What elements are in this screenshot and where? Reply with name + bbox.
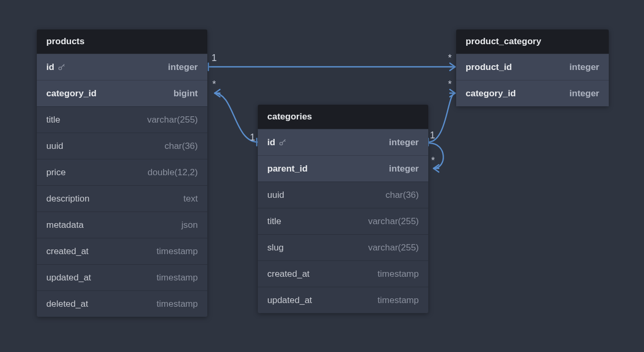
table-title: products — [46, 36, 85, 46]
svg-point-7 — [280, 142, 283, 145]
column-row[interactable]: category_id bigint — [37, 80, 207, 106]
column-type: varchar(255) — [368, 216, 419, 227]
cardinality-one: 1 — [429, 130, 436, 140]
column-row[interactable]: slug varchar(255) — [258, 234, 428, 260]
table-product-category[interactable]: product_category product_id integer cate… — [456, 29, 609, 106]
svg-point-6 — [59, 67, 62, 69]
column-row[interactable]: updated_at timestamp — [37, 264, 207, 290]
column-row[interactable]: category_id integer — [456, 80, 609, 106]
cardinality-many: * — [446, 53, 454, 63]
column-type: integer — [389, 164, 419, 174]
column-type: char(36) — [386, 190, 419, 200]
column-name: title — [46, 115, 60, 125]
column-type: integer — [168, 62, 198, 73]
cardinality-one: 1 — [249, 133, 256, 142]
column-name: parent_id — [267, 164, 308, 174]
column-name: title — [267, 216, 281, 227]
table-header[interactable]: products — [37, 29, 207, 54]
column-row[interactable]: id integer — [258, 129, 428, 155]
column-type: timestamp — [157, 299, 198, 309]
column-name: slug — [267, 243, 284, 253]
table-categories[interactable]: categories id integer parent_id integer … — [258, 105, 428, 313]
column-type: varchar(255) — [368, 243, 419, 253]
column-row[interactable]: created_at timestamp — [258, 260, 428, 287]
column-row[interactable]: parent_id integer — [258, 155, 428, 182]
column-name: id — [46, 62, 54, 73]
column-row[interactable]: updated_at timestamp — [258, 287, 428, 313]
column-type: timestamp — [378, 269, 419, 279]
column-name: description — [46, 194, 89, 204]
column-row[interactable]: uuid char(36) — [258, 182, 428, 208]
column-name: uuid — [46, 141, 63, 152]
column-name: updated_at — [267, 295, 312, 306]
column-type: varchar(255) — [147, 115, 198, 125]
column-name: category_id — [46, 88, 96, 99]
column-type: json — [182, 220, 198, 230]
column-name: metadata — [46, 220, 84, 230]
key-icon — [57, 63, 66, 72]
column-name: category_id — [466, 88, 516, 99]
cardinality-many: * — [446, 79, 454, 89]
column-row[interactable]: id integer — [37, 54, 207, 80]
column-name: id — [267, 137, 275, 148]
column-row[interactable]: description text — [37, 185, 207, 212]
cardinality-many: * — [210, 79, 218, 89]
column-name: updated_at — [46, 273, 91, 283]
cardinality-one: 1 — [210, 53, 218, 63]
column-type: timestamp — [157, 246, 198, 257]
column-name: uuid — [267, 190, 284, 200]
column-row[interactable]: metadata json — [37, 212, 207, 238]
table-title: categories — [267, 112, 312, 122]
column-type: integer — [569, 88, 599, 99]
column-type: double(12,2) — [148, 167, 198, 178]
column-name: price — [46, 167, 66, 178]
column-type: timestamp — [157, 273, 198, 283]
table-header[interactable]: product_category — [456, 29, 609, 54]
column-name: created_at — [46, 246, 88, 257]
column-row[interactable]: title varchar(255) — [37, 106, 207, 133]
column-type: integer — [389, 137, 419, 148]
column-type: timestamp — [378, 295, 419, 306]
column-row[interactable]: uuid char(36) — [37, 133, 207, 159]
key-icon — [278, 138, 287, 147]
column-row[interactable]: price double(12,2) — [37, 159, 207, 185]
column-row[interactable]: title varchar(255) — [258, 208, 428, 234]
column-row[interactable]: deleted_at timestamp — [37, 290, 207, 317]
column-type: char(36) — [165, 141, 198, 152]
column-name: deleted_at — [46, 299, 88, 309]
column-name: product_id — [466, 62, 512, 73]
table-products[interactable]: products id integer category_id bigint t… — [37, 29, 207, 317]
column-type: integer — [569, 62, 599, 73]
column-name: created_at — [267, 269, 309, 279]
table-header[interactable]: categories — [258, 105, 428, 129]
column-type: bigint — [174, 88, 198, 99]
column-row[interactable]: created_at timestamp — [37, 238, 207, 264]
column-type: text — [184, 194, 198, 204]
erd-canvas: 1 * * 1 1 * * products id integer catego… — [0, 0, 644, 352]
column-row[interactable]: product_id integer — [456, 54, 609, 80]
cardinality-many: * — [429, 156, 437, 165]
table-title: product_category — [466, 36, 541, 46]
